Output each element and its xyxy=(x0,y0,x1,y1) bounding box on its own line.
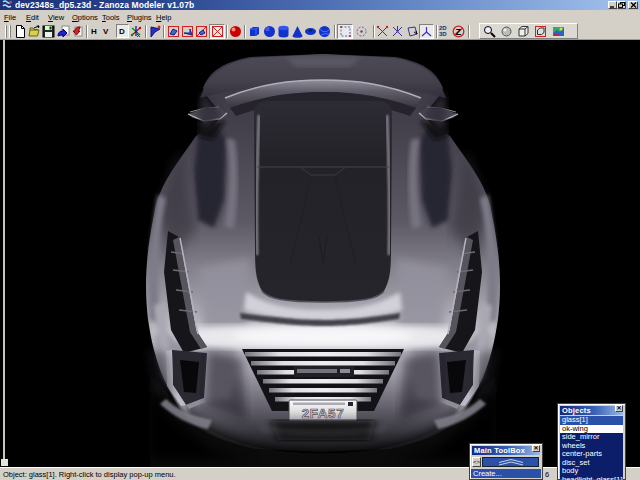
svg-text:2FA57: 2FA57 xyxy=(302,406,344,421)
